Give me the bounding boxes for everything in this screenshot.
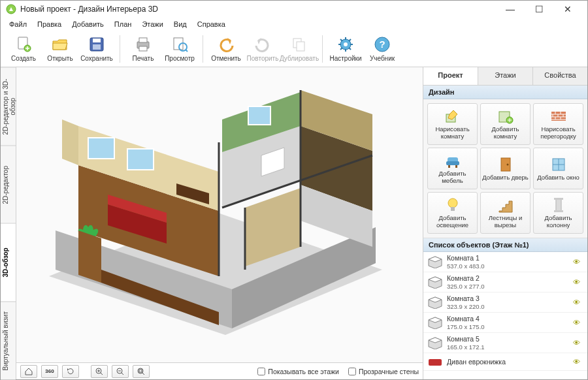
vtab-2d-editor[interactable]: 2D-редактор [1,146,16,224]
help-button[interactable]: ? Учебник [365,32,400,66]
undo-button[interactable]: Отменить [208,32,244,66]
armchair-icon [444,152,461,169]
visibility-toggle[interactable]: 👁 [573,298,583,306]
menu-edit[interactable]: Правка [33,19,66,29]
reset-view-button[interactable] [20,365,37,378]
print-button[interactable]: Печать [125,32,161,66]
object-row[interactable]: Диван еврокнижка 👁 [423,353,587,371]
menu-file[interactable]: Файл [5,19,31,29]
3d-viewport[interactable] [16,67,423,362]
tab-project[interactable]: Проект [423,67,478,85]
minimize-button[interactable]: — [496,1,525,18]
duplicate-button[interactable]: Дублировать [282,32,317,66]
svg-rect-32 [248,106,270,125]
add-door-button[interactable]: Добавить дверь [480,148,531,189]
svg-rect-24 [127,149,154,170]
object-row[interactable]: Комната 3323.9 x 220.0 👁 [423,293,587,313]
room-icon [427,255,443,268]
svg-rect-23 [88,138,114,159]
add-room-button[interactable]: Добавить комнату [480,103,531,145]
toolbar-separator [322,35,323,63]
help-icon: ? [373,35,391,54]
menu-help[interactable]: Справка [193,19,230,29]
draw-room-button[interactable]: Нарисовать комнату [427,103,478,145]
add-column-button[interactable]: Добавить колонну [533,192,583,234]
printer-icon [134,35,152,54]
menu-view[interactable]: Вид [169,19,191,29]
menu-plan[interactable]: План [110,19,137,29]
visibility-toggle[interactable]: 👁 [573,339,583,347]
zoom-fit-button[interactable] [133,365,150,378]
close-button[interactable]: ✕ [553,1,582,18]
design-header: Дизайн [423,86,587,99]
zoom-in-icon [95,367,104,376]
rotate-button[interactable] [62,365,79,378]
svg-point-53 [506,163,508,165]
svg-rect-49 [446,161,459,165]
svg-rect-58 [554,198,563,200]
zoom-out-icon [116,367,125,376]
svg-rect-7 [139,38,147,42]
preview-button[interactable]: Просмотр [162,32,197,66]
object-row[interactable]: Комната 1537.0 x 483.0 👁 [423,252,587,272]
open-button[interactable]: Открыть [42,32,78,66]
visibility-toggle[interactable]: 👁 [573,358,583,366]
new-file-icon [14,35,33,54]
rotate-icon [66,367,75,376]
door-icon [497,156,514,173]
duplicate-icon [290,35,308,54]
vtab-3d-overview[interactable]: 3D-обзор [1,223,16,302]
design-tools: Нарисовать комнату Добавить комнату Нари… [423,99,587,238]
transparent-walls-checkbox[interactable]: Прозрачные стены [348,368,419,375]
vertical-tabs: 2D-редактор и 3D-обзор 2D-редактор 3D-об… [1,67,16,379]
settings-button[interactable]: Настройки [328,32,363,66]
visibility-toggle[interactable]: 👁 [573,258,583,266]
menu-floors[interactable]: Этажи [137,19,167,29]
save-button[interactable]: Сохранить [79,32,114,66]
column-icon [550,197,567,214]
object-row[interactable]: Комната 5165.0 x 172.1 👁 [423,333,587,353]
zoom-in-button[interactable] [91,365,108,378]
zoom-out-button[interactable] [112,365,129,378]
redo-icon [253,35,272,54]
object-row[interactable]: Комната 4175.0 x 175.0 👁 [423,313,587,333]
add-lighting-button[interactable]: Добавить освещение [427,192,478,234]
maximize-button[interactable]: ☐ [525,1,553,18]
redo-button[interactable]: Повторить [245,32,280,66]
svg-rect-51 [455,165,457,168]
visibility-toggle[interactable]: 👁 [573,319,583,326]
visibility-toggle[interactable]: 👁 [573,278,583,286]
object-row[interactable]: Комната 2325.0 x 277.0 👁 [423,272,587,293]
preview-icon [171,35,189,54]
svg-rect-52 [501,158,510,171]
menu-add[interactable]: Добавить [67,19,108,29]
room-icon [427,336,443,349]
create-button[interactable]: Создать [6,32,41,66]
stairs-cutouts-button[interactable]: Лестницы и вырезы [480,192,531,234]
window-title: Новый проект - Дизайн Интерьера 3D [20,5,496,14]
svg-rect-8 [139,46,147,51]
folder-open-icon [51,35,69,54]
show-all-floors-checkbox[interactable]: Показывать все этажи [257,368,339,375]
room-icon [427,316,443,329]
vtab-2d-3d-editor[interactable]: 2D-редактор и 3D-обзор [1,67,16,146]
add-furniture-button[interactable]: Добавить мебель [427,148,478,189]
tab-properties[interactable]: Свойства [533,67,587,85]
titlebar: Новый проект - Дизайн Интерьера 3D — ☐ ✕ [1,1,587,18]
objects-header: Список объектов (Этаж №1) [423,238,587,252]
floorplan-3d-icon [42,80,389,341]
vtab-virtual-visit[interactable]: Виртуальный визит [1,302,16,380]
add-room-icon [497,108,514,125]
svg-point-55 [448,198,457,208]
lightbulb-icon [444,197,461,214]
svg-rect-59 [554,210,563,212]
toolbar-separator [203,35,203,63]
360-button[interactable]: 360 [41,365,58,378]
pencil-room-icon [444,108,461,125]
draw-partition-button[interactable]: Нарисовать перегородку [533,103,583,145]
add-window-button[interactable]: Добавить окно [533,148,583,189]
right-panel: Проект Этажи Свойства Дизайн Нарисовать … [423,67,587,379]
tab-floors[interactable]: Этажи [478,67,533,85]
svg-marker-39 [78,230,101,283]
svg-rect-56 [451,207,455,211]
